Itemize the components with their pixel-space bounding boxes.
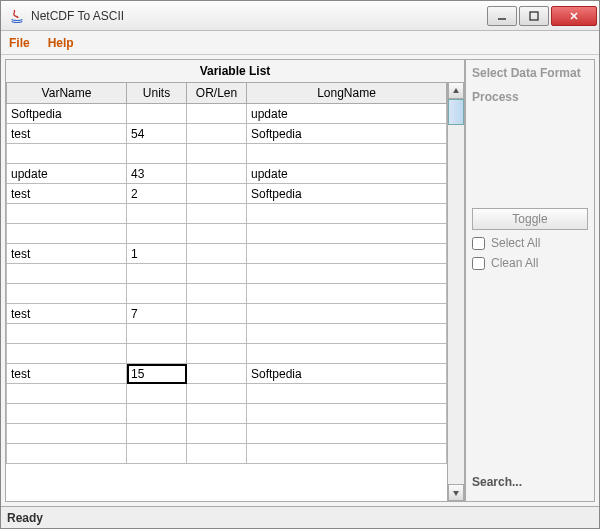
cell-units[interactable]: [127, 204, 187, 224]
table-row[interactable]: [7, 144, 447, 164]
cell-orlen[interactable]: [187, 204, 247, 224]
cell-orlen[interactable]: [187, 284, 247, 304]
cell-varname[interactable]: [7, 404, 127, 424]
table-row[interactable]: [7, 424, 447, 444]
cell-units[interactable]: [127, 444, 187, 464]
cell-varname[interactable]: test: [7, 184, 127, 204]
table-row[interactable]: test15Softpedia: [7, 364, 447, 384]
table-row[interactable]: [7, 384, 447, 404]
table-row[interactable]: update43update: [7, 164, 447, 184]
cell-varname[interactable]: [7, 144, 127, 164]
scroll-track[interactable]: [448, 99, 464, 484]
cell-longname[interactable]: update: [247, 164, 447, 184]
scroll-down-arrow-icon[interactable]: [448, 484, 464, 501]
cell-varname[interactable]: [7, 344, 127, 364]
cell-varname[interactable]: [7, 224, 127, 244]
col-longname[interactable]: LongName: [247, 83, 447, 104]
cell-varname[interactable]: test: [7, 364, 127, 384]
cell-units[interactable]: [127, 344, 187, 364]
close-button[interactable]: [551, 6, 597, 26]
menu-file[interactable]: File: [9, 36, 30, 50]
cell-varname[interactable]: [7, 384, 127, 404]
minimize-button[interactable]: [487, 6, 517, 26]
cell-longname[interactable]: [247, 384, 447, 404]
maximize-button[interactable]: [519, 6, 549, 26]
select-all-box[interactable]: [472, 237, 485, 250]
cell-longname[interactable]: [247, 204, 447, 224]
cell-orlen[interactable]: [187, 324, 247, 344]
table-row[interactable]: test54Softpedia: [7, 124, 447, 144]
cell-longname[interactable]: [247, 304, 447, 324]
table-row[interactable]: test7: [7, 304, 447, 324]
cell-orlen[interactable]: [187, 424, 247, 444]
cell-longname[interactable]: [247, 344, 447, 364]
toggle-button[interactable]: Toggle: [472, 208, 588, 230]
cell-longname[interactable]: [247, 264, 447, 284]
cell-units[interactable]: [127, 324, 187, 344]
cell-units[interactable]: [127, 404, 187, 424]
table-row[interactable]: [7, 344, 447, 364]
cell-units[interactable]: 54: [127, 124, 187, 144]
cell-orlen[interactable]: [187, 184, 247, 204]
cell-orlen[interactable]: [187, 224, 247, 244]
cell-varname[interactable]: [7, 424, 127, 444]
vertical-scrollbar[interactable]: [447, 82, 464, 501]
table-row[interactable]: [7, 224, 447, 244]
search-label[interactable]: Search...: [472, 475, 588, 497]
cell-orlen[interactable]: [187, 144, 247, 164]
cell-units[interactable]: [127, 144, 187, 164]
cell-orlen[interactable]: [187, 404, 247, 424]
cell-orlen[interactable]: [187, 124, 247, 144]
table-row[interactable]: [7, 204, 447, 224]
cell-longname[interactable]: [247, 324, 447, 344]
clean-all-box[interactable]: [472, 257, 485, 270]
cell-varname[interactable]: [7, 444, 127, 464]
cell-varname[interactable]: [7, 324, 127, 344]
table-row[interactable]: [7, 404, 447, 424]
cell-units[interactable]: 43: [127, 164, 187, 184]
clean-all-checkbox[interactable]: Clean All: [472, 256, 588, 270]
cell-varname[interactable]: [7, 204, 127, 224]
cell-units[interactable]: 15: [127, 364, 187, 384]
table-row[interactable]: [7, 324, 447, 344]
cell-orlen[interactable]: [187, 264, 247, 284]
cell-longname[interactable]: update: [247, 104, 447, 124]
scroll-up-arrow-icon[interactable]: [448, 82, 464, 99]
cell-longname[interactable]: [247, 444, 447, 464]
cell-orlen[interactable]: [187, 104, 247, 124]
table-row[interactable]: test2Softpedia: [7, 184, 447, 204]
cell-units[interactable]: [127, 264, 187, 284]
cell-units[interactable]: [127, 384, 187, 404]
cell-longname[interactable]: [247, 244, 447, 264]
table-row[interactable]: [7, 444, 447, 464]
cell-orlen[interactable]: [187, 344, 247, 364]
cell-units[interactable]: 2: [127, 184, 187, 204]
cell-varname[interactable]: [7, 264, 127, 284]
cell-orlen[interactable]: [187, 164, 247, 184]
table-row[interactable]: [7, 264, 447, 284]
cell-varname[interactable]: update: [7, 164, 127, 184]
cell-units[interactable]: [127, 104, 187, 124]
cell-longname[interactable]: Softpedia: [247, 184, 447, 204]
cell-units[interactable]: [127, 284, 187, 304]
cell-units[interactable]: [127, 224, 187, 244]
cell-longname[interactable]: Softpedia: [247, 364, 447, 384]
cell-orlen[interactable]: [187, 304, 247, 324]
select-all-checkbox[interactable]: Select All: [472, 236, 588, 250]
col-orlen[interactable]: OR/Len: [187, 83, 247, 104]
titlebar[interactable]: NetCDF To ASCII: [1, 1, 599, 31]
cell-varname[interactable]: test: [7, 124, 127, 144]
process-label[interactable]: Process: [472, 88, 588, 106]
table-row[interactable]: test1: [7, 244, 447, 264]
col-units[interactable]: Units: [127, 83, 187, 104]
cell-varname[interactable]: Softpedia: [7, 104, 127, 124]
cell-varname[interactable]: test: [7, 244, 127, 264]
table-row[interactable]: Softpediaupdate: [7, 104, 447, 124]
cell-units[interactable]: 7: [127, 304, 187, 324]
cell-longname[interactable]: [247, 284, 447, 304]
cell-orlen[interactable]: [187, 384, 247, 404]
cell-longname[interactable]: [247, 424, 447, 444]
col-varname[interactable]: VarName: [7, 83, 127, 104]
scroll-thumb[interactable]: [448, 99, 464, 125]
cell-units[interactable]: [127, 424, 187, 444]
